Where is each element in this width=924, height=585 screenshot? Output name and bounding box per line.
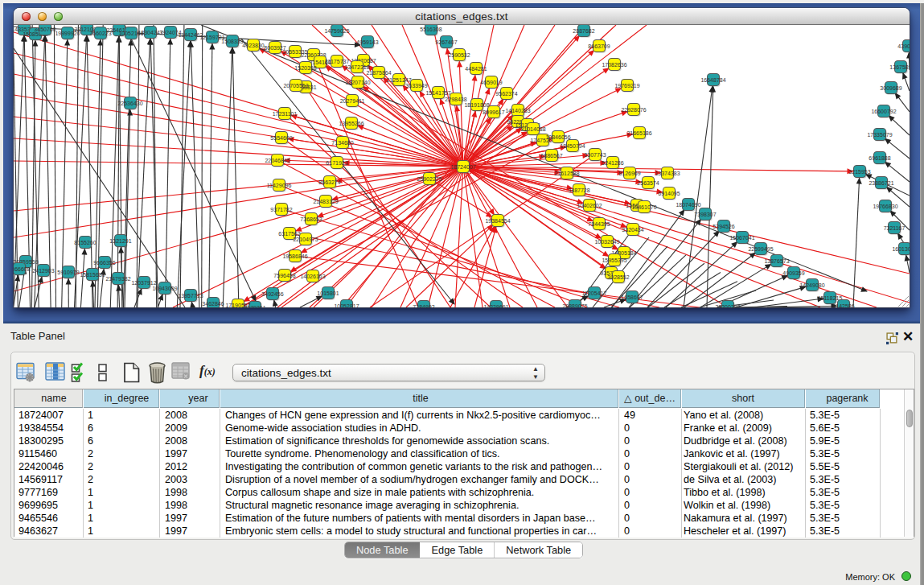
svg-text:21483129: 21483129 [313,199,338,204]
svg-text:21251247: 21251247 [386,77,411,83]
svg-text:7368653: 7368653 [300,216,322,222]
svg-text:13876573: 13876573 [764,258,789,264]
svg-text:9267407: 9267407 [435,39,457,45]
svg-text:13955266: 13955266 [339,121,363,126]
svg-text:4959143: 4959143 [356,39,378,45]
svg-text:10846056: 10846056 [545,134,570,140]
svg-text:14026163: 14026163 [300,274,325,279]
svg-text:2590532: 2590532 [448,52,470,58]
svg-text:20705553: 20705553 [283,83,308,89]
svg-text:12037912: 12037912 [131,280,156,286]
svg-text:10943009: 10943009 [152,286,177,291]
svg-text:3307743: 3307743 [584,152,606,158]
svg-text:22104975: 22104975 [293,237,318,242]
svg-text:22536430: 22536430 [117,101,142,106]
svg-text:13374383: 13374383 [655,171,680,176]
svg-text:1015801: 1015801 [317,290,339,296]
svg-text:3320434: 3320434 [622,227,643,233]
svg-text:15141757: 15141757 [425,90,450,96]
svg-text:5910979: 5910979 [57,270,79,275]
svg-text:14229661: 14229661 [483,304,508,307]
svg-text:16600792: 16600792 [871,109,896,114]
svg-text:4909359: 4909359 [782,270,804,276]
svg-text:3215953: 3215953 [848,169,870,175]
svg-text:16207140: 16207140 [345,80,370,85]
svg-text:7134680: 7134680 [331,140,353,146]
svg-text:4659019: 4659019 [480,80,502,85]
svg-text:1520398: 1520398 [294,65,316,71]
svg-text:21200388: 21200388 [715,304,740,307]
svg-text:6886567: 6886567 [540,153,562,159]
svg-text:19766830: 19766830 [873,204,897,209]
svg-text:1658697: 1658697 [621,295,643,300]
svg-text:6171923: 6171923 [326,160,347,166]
svg-text:10052817: 10052817 [334,303,359,307]
svg-text:8663274: 8663274 [318,179,340,185]
svg-text:19586846: 19586846 [282,253,307,259]
svg-text:5394526: 5394526 [713,224,734,229]
svg-text:1508333: 1508333 [221,39,243,44]
svg-text:13472318: 13472318 [344,64,369,70]
svg-text:20889075: 20889075 [562,303,587,307]
svg-text:3009689: 3009689 [880,85,901,91]
svg-text:3492456: 3492456 [261,291,283,297]
svg-text:5516308: 5516308 [420,27,441,32]
svg-text:1367589: 1367589 [889,64,910,70]
svg-text:16013087: 16013087 [892,246,910,252]
svg-text:14140283: 14140283 [505,108,530,113]
svg-text:2887682: 2887682 [573,28,594,34]
svg-text:18724007: 18724007 [450,164,475,170]
svg-text:22599495: 22599495 [748,246,773,252]
svg-text:6961888: 6961888 [869,155,890,161]
svg-text:25902275: 25902275 [417,176,441,182]
svg-text:7284992: 7284992 [413,304,434,307]
svg-text:22046845: 22046845 [265,158,290,163]
svg-text:23886721: 23886721 [869,180,893,186]
svg-text:7844395: 7844395 [588,221,610,227]
svg-text:18074690: 18074690 [676,202,700,208]
svg-text:17335079: 17335079 [867,132,892,138]
svg-text:10402602: 10402602 [577,203,602,208]
svg-text:8155260: 8155260 [74,240,96,245]
svg-text:13957713: 13957713 [178,293,203,299]
svg-text:8142586: 8142586 [832,303,854,307]
svg-text:2298438: 2298438 [445,97,466,102]
svg-text:3462846: 3462846 [202,301,224,307]
svg-text:9562374: 9562374 [495,91,517,97]
svg-text:18450794: 18450794 [560,143,585,149]
svg-text:10461070: 10461070 [631,204,656,210]
svg-text:5241286: 5241286 [602,160,623,166]
svg-text:8663709: 8663709 [588,43,610,49]
svg-text:22928076: 22928076 [621,107,646,113]
svg-text:14249080: 14249080 [799,282,824,288]
svg-text:7596458: 7596458 [273,273,295,278]
svg-text:21665186: 21665186 [626,130,651,136]
svg-text:15815680: 15815680 [80,272,105,278]
svg-text:6317562: 6317562 [278,231,300,237]
svg-text:8126969: 8126969 [618,171,640,176]
svg-text:4023830: 4023830 [242,43,264,48]
svg-text:17231101: 17231101 [273,111,298,117]
svg-text:4366608: 4366608 [14,266,31,272]
svg-text:3487728: 3487728 [568,187,589,193]
svg-text:21175737: 21175737 [325,59,350,64]
svg-text:19769219: 19769219 [614,83,639,89]
svg-text:4390551: 4390551 [897,43,910,49]
svg-text:5554609: 5554609 [270,135,292,141]
svg-text:6914095: 6914095 [658,191,680,196]
svg-text:11429096: 11429096 [267,183,292,188]
svg-text:21479382: 21479382 [105,276,130,282]
svg-text:2412903: 2412903 [32,268,54,274]
svg-text:3450760: 3450760 [34,27,55,32]
svg-text:9371782: 9371782 [270,207,292,212]
svg-text:10032649: 10032649 [594,239,619,245]
svg-text:7321167: 7321167 [884,225,906,231]
svg-text:11205417: 11205417 [582,290,607,296]
svg-text:3028552: 3028552 [607,274,629,280]
svg-text:8999617: 8999617 [483,109,504,115]
svg-text:7398307: 7398307 [694,212,716,217]
svg-text:14759025: 14759025 [324,28,349,34]
svg-text:15955395: 15955395 [602,257,626,263]
svg-text:15067041: 15067041 [729,235,754,241]
svg-text:18191808: 18191808 [464,102,489,108]
